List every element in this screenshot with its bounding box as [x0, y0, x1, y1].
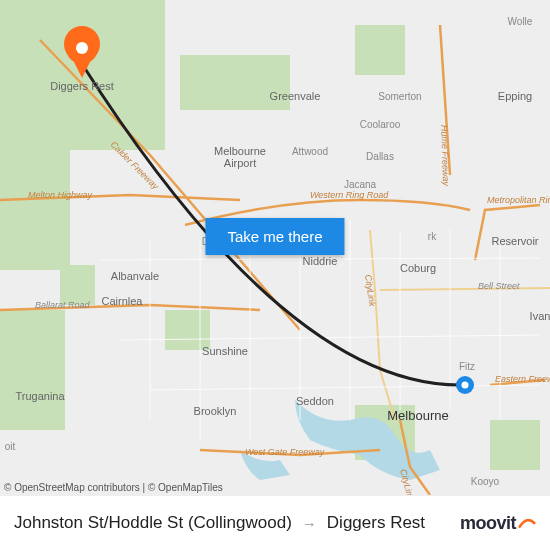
place-label: Sunshine — [202, 345, 248, 357]
place-label: Reservoir — [491, 235, 538, 247]
place-label: Somerton — [378, 91, 421, 102]
map-container[interactable]: Calder Freeway Melton Highway Ballarat R… — [0, 0, 550, 495]
brand-logo[interactable]: moovit — [460, 513, 536, 534]
brand-name: moovit — [460, 513, 516, 534]
place-label: Jacana — [344, 179, 377, 190]
take-me-there-button[interactable]: Take me there — [205, 218, 344, 255]
place-label: Cairnlea — [102, 295, 144, 307]
place-label: Attwood — [292, 146, 328, 157]
place-label: Ivan — [530, 310, 550, 322]
place-label: Seddon — [296, 395, 334, 407]
place-label: Truganina — [15, 390, 65, 402]
place-label: Greenvale — [270, 90, 321, 102]
place-label: Fitz — [459, 361, 475, 372]
place-label: Niddrie — [303, 255, 338, 267]
road-label: Ballarat Road — [35, 300, 91, 310]
road-label: Bell Street — [478, 281, 520, 291]
place-label: oit — [5, 441, 16, 452]
place-label: Diggers Rest — [50, 80, 114, 92]
place-label: Kooyo — [471, 476, 500, 487]
svg-rect-6 — [165, 310, 210, 350]
road-label: Eastern Freew — [495, 374, 550, 384]
svg-rect-5 — [0, 310, 65, 430]
svg-rect-4 — [355, 25, 405, 75]
place-label: Albanvale — [111, 270, 159, 282]
arrow-icon: → — [302, 515, 317, 532]
footer-bar: Johnston St/Hoddle St (Collingwood) → Di… — [0, 495, 550, 550]
svg-rect-2 — [0, 150, 70, 270]
route-description: Johnston St/Hoddle St (Collingwood) → Di… — [14, 513, 425, 533]
svg-rect-9 — [490, 420, 540, 470]
road-label: Melton Highway — [28, 190, 93, 200]
place-label: Coolaroo — [360, 119, 401, 130]
place-label: Coburg — [400, 262, 436, 274]
place-label: rk — [428, 231, 437, 242]
place-label: Dallas — [366, 151, 394, 162]
brand-swoosh-icon — [518, 514, 536, 532]
road-label: Metropolitan Ring — [487, 195, 550, 205]
svg-point-21 — [462, 382, 469, 389]
place-label: Epping — [498, 90, 532, 102]
svg-rect-7 — [60, 265, 95, 305]
road-label: West Gate Freeway — [245, 447, 325, 457]
map-attribution: © OpenStreetMap contributors | © OpenMap… — [4, 482, 223, 493]
route-to-label: Diggers Rest — [327, 513, 425, 533]
place-label: Melbourne — [387, 408, 448, 423]
road-label: Western Ring Road — [310, 190, 389, 200]
place-label: Brooklyn — [194, 405, 237, 417]
route-from-label: Johnston St/Hoddle St (Collingwood) — [14, 513, 292, 533]
svg-point-23 — [76, 42, 88, 54]
place-label: Wolle — [508, 16, 533, 27]
